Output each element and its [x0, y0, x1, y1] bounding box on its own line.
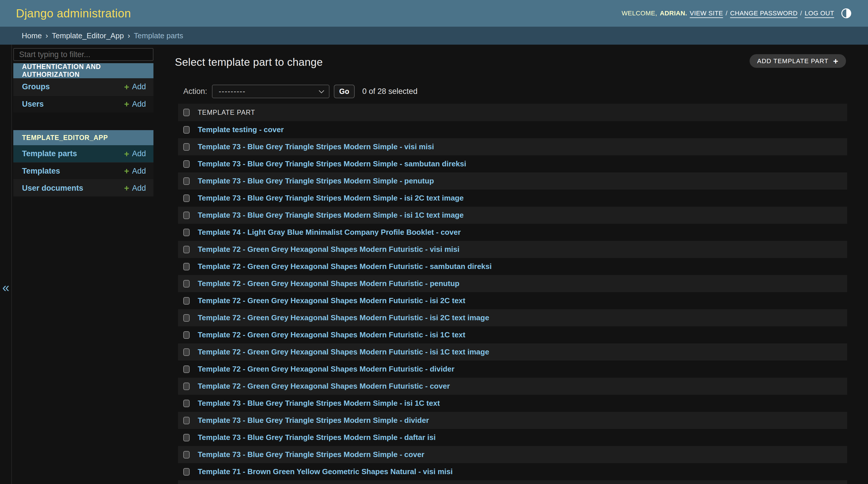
sidebar-filter-input[interactable] [13, 48, 153, 61]
table-row: Template 74 - Light Gray Blue Minimalist… [178, 224, 847, 241]
select-all-checkbox[interactable] [183, 109, 190, 116]
sidebar-collapse-icon[interactable]: « [2, 281, 9, 294]
link-separator: / [725, 9, 727, 17]
row-checkbox[interactable] [183, 434, 190, 442]
table-row: Template 72 - Green Grey Hexagonal Shape… [178, 258, 847, 275]
add-link-label: Add [132, 184, 146, 193]
table-row: Template 72 - Green Grey Hexagonal Shape… [178, 343, 847, 361]
template-part-link[interactable]: Template 74 - Light Gray Blue Minimalist… [198, 228, 461, 237]
row-checkbox[interactable] [183, 246, 190, 253]
sidebar-model-link[interactable]: Template parts [22, 149, 77, 158]
template-part-link[interactable]: Template 72 - Green Grey Hexagonal Shape… [198, 279, 460, 288]
template-part-link[interactable]: Template 72 - Green Grey Hexagonal Shape… [198, 262, 492, 271]
row-checkbox[interactable] [183, 211, 190, 219]
template-part-link[interactable]: Template 72 - Green Grey Hexagonal Shape… [198, 347, 489, 357]
template-part-link[interactable]: Template 73 - Blue Grey Triangle Stripes… [198, 194, 464, 203]
sidebar-model-row[interactable]: Groups + Add [13, 78, 153, 95]
table-row: Template 73 - Blue Grey Triangle Stripes… [178, 395, 847, 412]
table-row: Template 72 - Green Grey Hexagonal Shape… [178, 241, 847, 258]
template-part-link[interactable]: Template 73 - Blue Grey Triangle Stripes… [198, 450, 425, 459]
row-checkbox[interactable] [183, 143, 190, 151]
sidebar-model-link[interactable]: Groups [22, 82, 50, 91]
logout-link[interactable]: LOG OUT [805, 9, 834, 17]
row-checkbox[interactable] [183, 417, 190, 424]
add-link[interactable]: + Add [124, 184, 146, 193]
sidebar-model-link[interactable]: Templates [22, 167, 60, 176]
template-part-link[interactable]: Template 72 - Green Grey Hexagonal Shape… [198, 331, 465, 339]
row-checkbox[interactable] [183, 229, 190, 236]
row-checkbox[interactable] [183, 451, 190, 458]
page-body: « AUTHENTICATION AND AUTHORIZATION Group… [0, 45, 868, 484]
theme-toggle-icon[interactable] [841, 8, 851, 18]
row-checkbox[interactable] [183, 314, 190, 322]
row-checkbox[interactable] [183, 297, 190, 305]
template-part-link[interactable]: Template 73 - Blue Grey Triangle Stripes… [198, 399, 440, 408]
table-column-header: TEMPLATE PART [198, 109, 255, 116]
template-part-link[interactable]: Template 73 - Blue Grey Triangle Stripes… [198, 416, 429, 425]
add-link-label: Add [132, 82, 146, 91]
sidebar-model-row[interactable]: Users + Add [13, 95, 153, 112]
row-checkbox[interactable] [183, 382, 190, 390]
row-checkbox[interactable] [183, 126, 190, 134]
row-checkbox[interactable] [183, 195, 190, 202]
breadcrumb-separator: › [45, 31, 48, 40]
template-part-link[interactable]: Template 72 - Green Grey Hexagonal Shape… [198, 296, 465, 305]
breadcrumb: Home › Template_Editor_App › Template pa… [0, 27, 868, 45]
template-part-link[interactable]: Template 73 - Blue Grey Triangle Stripes… [198, 211, 464, 220]
sidebar-model-row[interactable]: Template parts + Add [13, 145, 153, 162]
table-row: Template 72 - Green Grey Hexagonal Shape… [178, 292, 847, 309]
template-part-link[interactable]: Template 72 - Green Grey Hexagonal Shape… [198, 382, 450, 391]
sidebar-module: TEMPLATE_EDITOR_APP Template parts + Add… [13, 130, 153, 197]
template-part-link[interactable]: Template 73 - Blue Grey Triangle Stripes… [198, 142, 434, 151]
plus-icon: + [124, 83, 129, 91]
plus-icon: + [124, 100, 129, 108]
row-checkbox[interactable] [183, 177, 190, 185]
change-password-link[interactable]: CHANGE PASSWORD [730, 9, 798, 17]
table-row: Template 73 - Blue Grey Triangle Stripes… [178, 190, 847, 207]
row-checkbox[interactable] [183, 468, 190, 476]
action-select[interactable]: --------- [212, 85, 330, 98]
template-part-link[interactable]: Template 72 - Green Grey Hexagonal Shape… [198, 313, 489, 322]
table-row: Template 73 - Blue Grey Triangle Stripes… [178, 207, 847, 224]
template-part-link[interactable]: Template 73 - Blue Grey Triangle Stripes… [198, 160, 466, 168]
sidebar-model-row[interactable]: User documents + Add [13, 179, 153, 197]
template-part-link[interactable]: Template 72 - Green Grey Hexagonal Shape… [198, 365, 455, 374]
row-checkbox[interactable] [183, 366, 190, 373]
go-button[interactable]: Go [334, 85, 355, 98]
breadcrumb-home-link[interactable]: Home [22, 31, 42, 40]
table-row: Template 73 - Blue Grey Triangle Stripes… [178, 155, 847, 172]
add-link[interactable]: + Add [124, 167, 146, 176]
template-part-link[interactable]: Template 71 - Brown Green Yellow Geometr… [198, 467, 453, 476]
template-part-link[interactable]: Template 72 - Green Grey Hexagonal Shape… [198, 245, 460, 254]
add-link[interactable]: + Add [124, 149, 146, 158]
add-template-part-button[interactable]: ADD TEMPLATE PART + [750, 54, 846, 68]
add-link[interactable]: + Add [124, 82, 146, 91]
template-part-link[interactable]: Template testing - cover [198, 125, 284, 134]
table-row: Template testing - cover [178, 121, 847, 138]
sidebar-model-row[interactable]: Templates + Add [13, 162, 153, 179]
welcome-text: WELCOME, [622, 9, 657, 17]
add-link[interactable]: + Add [124, 100, 146, 109]
table-row: Template 72 - Green Grey Hexagonal Shape… [178, 275, 847, 292]
view-site-link[interactable]: VIEW SITE [690, 9, 723, 17]
template-part-link[interactable]: Template 73 - Blue Grey Triangle Stripes… [198, 433, 436, 442]
page-title: Select template part to change [175, 56, 847, 68]
row-checkbox[interactable] [183, 160, 190, 168]
table-header-row: TEMPLATE PART [178, 104, 847, 121]
site-brand-link[interactable]: Django administration [16, 7, 131, 20]
breadcrumb-app-link[interactable]: Template_Editor_App [52, 31, 124, 40]
row-checkbox[interactable] [183, 280, 190, 287]
row-checkbox[interactable] [183, 331, 190, 339]
sidebar-model-link[interactable]: Users [22, 100, 44, 109]
sidebar-section-title: TEMPLATE_EDITOR_APP [13, 130, 153, 145]
action-select-value: --------- [219, 87, 246, 96]
plus-icon: + [124, 167, 129, 175]
sidebar-model-link[interactable]: User documents [22, 184, 83, 193]
row-checkbox[interactable] [183, 348, 190, 356]
result-list: TEMPLATE PART Template testing - cover T… [178, 104, 847, 484]
sidebar-gutter: « [0, 45, 12, 484]
row-checkbox[interactable] [183, 263, 190, 271]
plus-icon: + [833, 57, 838, 65]
template-part-link[interactable]: Template 73 - Blue Grey Triangle Stripes… [198, 176, 434, 186]
row-checkbox[interactable] [183, 400, 190, 407]
